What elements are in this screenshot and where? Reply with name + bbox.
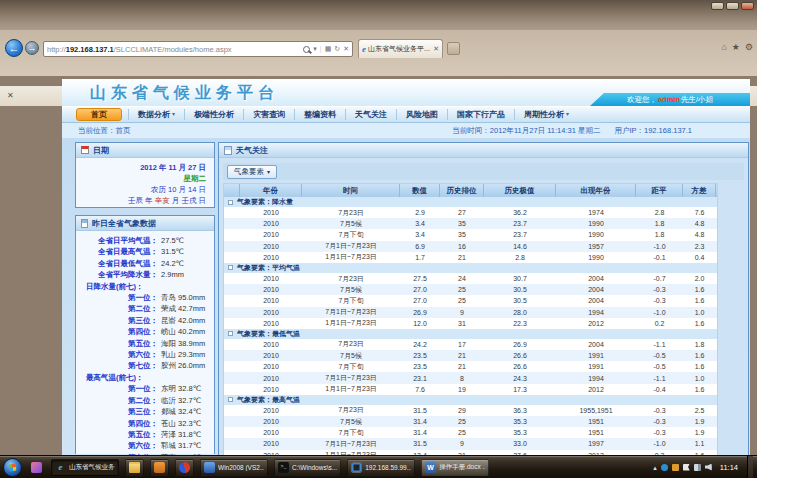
- table-row[interactable]: 20107月5候3.43523.719901.84.8: [224, 218, 717, 229]
- remote-desktop-taskbar-button[interactable]: 192.168.59.99...: [347, 459, 415, 476]
- favorites-icon[interactable]: ★: [732, 42, 740, 52]
- browser-tab[interactable]: e 山东省气候业务平... ✕: [358, 39, 443, 58]
- cell: 2004: [556, 273, 636, 284]
- table-row[interactable]: 20107月1日~7月23日6.91614.61957-1.02.3: [224, 241, 717, 252]
- media-player-taskbar-button[interactable]: [175, 459, 194, 476]
- nav-item[interactable]: 天气关注: [345, 109, 396, 120]
- cell: 31.5: [400, 405, 440, 416]
- table-row[interactable]: 20101月1日~7月23日1.7212.81990-0.10.4: [224, 252, 717, 263]
- word-doc-taskbar-button[interactable]: W操作手册.docx ..: [421, 459, 489, 476]
- maximize-button[interactable]: [726, 2, 739, 10]
- new-tab-button[interactable]: [447, 42, 460, 55]
- home-icon[interactable]: ⌂: [721, 42, 726, 52]
- table-row[interactable]: 20107月5候27.02530.52004-0.31.6: [224, 284, 717, 295]
- table-row[interactable]: 20107月23日2.92736.219742.87.6: [224, 207, 717, 218]
- hidden-icons-arrow[interactable]: ▴: [653, 464, 657, 471]
- refresh-icon[interactable]: ↻: [334, 45, 340, 53]
- pinned-app-button[interactable]: [28, 459, 45, 476]
- nav-item[interactable]: 国家下行产品: [447, 109, 514, 120]
- stop-icon[interactable]: ✕: [343, 45, 349, 53]
- url-text[interactable]: http://192.168.137.1/SLCCLIMATE/modules/…: [47, 45, 303, 54]
- table-row[interactable]: 20107月下旬3.43523.719901.84.8: [224, 229, 717, 240]
- taskbar: e山东省气候业务平...Win2008 (VS2...>_C:\Windows\…: [0, 455, 757, 478]
- action-center-icon[interactable]: [661, 464, 668, 471]
- table-row[interactable]: 20101月1日~7月23日12.03122.320120.21.6: [224, 318, 717, 329]
- table-row[interactable]: 20107月下旬23.52126.61991-0.51.6: [224, 361, 717, 372]
- table-row[interactable]: 20107月23日24.21726.92004-1.11.8: [224, 339, 717, 350]
- flag-icon[interactable]: [683, 464, 690, 471]
- cell: 1994: [556, 372, 636, 383]
- element-group-row[interactable]: 气象要素：最高气温: [224, 395, 717, 405]
- cell: 21: [440, 361, 484, 372]
- cell: 1.6: [683, 384, 716, 395]
- nav-item[interactable]: 整编资料: [294, 109, 345, 120]
- ie-taskbar-button[interactable]: e山东省气候业务平...: [51, 459, 119, 476]
- tab-close-icon[interactable]: ✕: [433, 45, 439, 53]
- cell: 7月5候: [302, 284, 400, 295]
- back-button[interactable]: ←: [5, 39, 23, 57]
- nav-item[interactable]: 风险地图: [396, 109, 447, 120]
- cell: 2.3: [683, 241, 716, 252]
- group-checkbox[interactable]: [228, 200, 233, 205]
- minimize-button[interactable]: [711, 2, 724, 10]
- element-group-row[interactable]: 气象要素：平均气温: [224, 263, 717, 273]
- cell: 1951: [556, 427, 636, 438]
- nav-item[interactable]: 灾害查询: [243, 109, 294, 120]
- table-row[interactable]: 20107月5候31.42535.31951-0.31.9: [224, 416, 717, 427]
- forward-button[interactable]: →: [25, 41, 39, 55]
- row-checkbox-space: [224, 252, 240, 263]
- table-row[interactable]: 20107月1日~7月23日23.1824.31994-1.11.0: [224, 372, 717, 383]
- app-taskbar-button[interactable]: [150, 459, 169, 476]
- cmd-taskbar-button[interactable]: >_C:\Windows\s...: [274, 459, 341, 476]
- cell: 2010: [240, 350, 302, 361]
- table-row[interactable]: 20107月23日31.52936.31955,1951-0.32.5: [224, 405, 717, 416]
- group-checkbox[interactable]: [228, 265, 233, 270]
- table-row[interactable]: 20107月5候23.52126.61991-0.51.6: [224, 350, 717, 361]
- cell: 1.0: [683, 372, 716, 383]
- folder-icon: [129, 462, 140, 473]
- element-group-row[interactable]: 气象要素：降水量: [224, 197, 717, 207]
- address-bar[interactable]: http://192.168.137.1/SLCCLIMATE/modules/…: [43, 41, 353, 57]
- cell: 21: [440, 350, 484, 361]
- table-row[interactable]: 20107月23日27.52430.72004-0.72.0: [224, 273, 717, 284]
- cell: 27.0: [400, 295, 440, 306]
- explorer-taskbar-button[interactable]: [125, 459, 144, 476]
- table-row[interactable]: 20107月下旬31.42535.31951-0.31.9: [224, 427, 717, 438]
- vm-taskbar-button[interactable]: Win2008 (VS2...: [200, 459, 268, 476]
- volume-icon[interactable]: [705, 464, 712, 471]
- taskbar-clock[interactable]: 11:14: [720, 463, 738, 472]
- weather-stat: 全省日最高气温：31.5℃: [82, 246, 208, 257]
- element-filter-button[interactable]: 气象要素▾: [227, 165, 277, 179]
- network-icon[interactable]: [694, 464, 701, 471]
- group-checkbox[interactable]: [228, 397, 233, 402]
- nav-item[interactable]: 周期性分析▾: [514, 109, 578, 120]
- nav-item[interactable]: 数据分析▾: [128, 109, 184, 120]
- cell: 23.5: [400, 361, 440, 372]
- table-row[interactable]: 20107月1日~7月23日26.9928.01994-1.01.0: [224, 307, 717, 318]
- weather-stat: 全省日平均气温：27.5℃: [82, 235, 208, 246]
- compatibility-view-icon[interactable]: ▦: [325, 45, 332, 53]
- nav-item[interactable]: 首页: [76, 108, 122, 121]
- start-button[interactable]: [3, 458, 22, 477]
- taskbar-button-label: 山东省气候业务平...: [69, 463, 115, 472]
- cell: 19: [440, 384, 484, 395]
- cell: 7月下旬: [302, 427, 400, 438]
- element-group-row[interactable]: 气象要素：最低气温: [224, 329, 717, 339]
- cell: 1.7: [400, 252, 440, 263]
- cell: 0.4: [683, 252, 716, 263]
- cell: 2012: [556, 384, 636, 395]
- settings-icon[interactable]: ⚙: [745, 42, 753, 52]
- table-row[interactable]: 20107月1日~7月23日31.5933.01997-1.01.1: [224, 438, 717, 449]
- search-icon[interactable]: [303, 46, 310, 53]
- table-row[interactable]: 20107月下旬27.02530.52004-0.31.6: [224, 295, 717, 306]
- update-icon[interactable]: [672, 464, 679, 471]
- group-checkbox[interactable]: [228, 331, 233, 336]
- close-button[interactable]: [741, 2, 754, 10]
- cell: 29: [440, 405, 484, 416]
- row-checkbox-space: [224, 361, 240, 372]
- cell: 2010: [240, 318, 302, 329]
- nav-item[interactable]: 极端性分析: [184, 109, 243, 120]
- show-desktop-button[interactable]: [747, 456, 753, 479]
- search-caret-icon[interactable]: ▾: [313, 45, 317, 53]
- table-row[interactable]: 20101月1日~7月23日7.61917.32012-0.41.6: [224, 384, 717, 395]
